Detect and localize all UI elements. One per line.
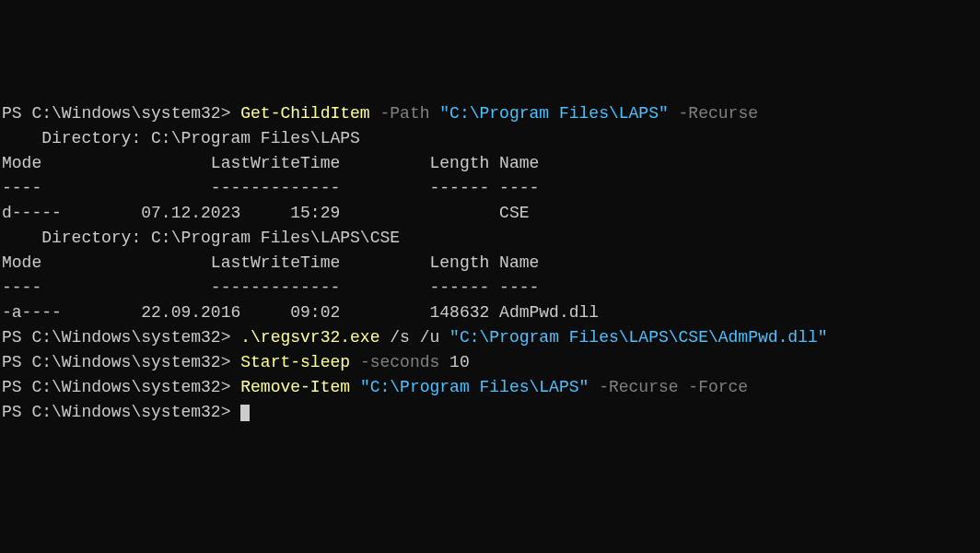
prompt: PS C:\Windows\system32> (2, 403, 240, 421)
param: -seconds (350, 353, 449, 371)
table-row: d----- 07.12.2023 15:29 CSE (2, 201, 978, 226)
prompt: PS C:\Windows\system32> (2, 104, 240, 123)
cmdlet: .\regsvr32.exe (240, 328, 379, 347)
table-row: -a---- 22.09.2016 09:02 148632 AdmPwd.dl… (2, 300, 978, 325)
cmdlet: Start-sleep (240, 353, 350, 371)
param: -Path (370, 104, 440, 123)
args (350, 378, 360, 396)
args: 10 (449, 353, 470, 371)
command-line-3: PS C:\Windows\system32> Start-sleep -sec… (2, 350, 978, 375)
prompt: PS C:\Windows\system32> (2, 328, 240, 347)
args: /s /u (379, 328, 449, 347)
table-header: Mode LastWriteTime Length Name (2, 251, 978, 276)
table-separator: ---- ------------- ------ ---- (2, 176, 978, 201)
param: -Recurse -Force (589, 378, 748, 396)
command-line-1: PS C:\Windows\system32> Get-ChildItem -P… (2, 101, 978, 126)
command-line-current[interactable]: PS C:\Windows\system32> (2, 400, 978, 425)
directory-header: Directory: C:\Program Files\LAPS (2, 126, 978, 151)
string-arg: "C:\Program Files\LAPS" (360, 378, 589, 396)
string-arg: "C:\Program Files\LAPS\CSE\AdmPwd.dll" (449, 328, 827, 347)
prompt: PS C:\Windows\system32> (2, 353, 240, 371)
terminal[interactable]: PS C:\Windows\system32> Get-ChildItem -P… (2, 101, 978, 425)
table-separator: ---- ------------- ------ ---- (2, 276, 978, 300)
cursor (240, 405, 250, 421)
cmdlet: Get-ChildItem (240, 104, 369, 123)
command-line-4: PS C:\Windows\system32> Remove-Item "C:\… (2, 375, 978, 400)
cmdlet: Remove-Item (240, 378, 350, 396)
directory-header: Directory: C:\Program Files\LAPS\CSE (2, 226, 978, 251)
string-arg: "C:\Program Files\LAPS" (439, 104, 668, 123)
command-line-2: PS C:\Windows\system32> .\regsvr32.exe /… (2, 325, 978, 350)
param: -Recurse (669, 104, 758, 123)
prompt: PS C:\Windows\system32> (2, 378, 240, 396)
table-header: Mode LastWriteTime Length Name (2, 151, 978, 176)
